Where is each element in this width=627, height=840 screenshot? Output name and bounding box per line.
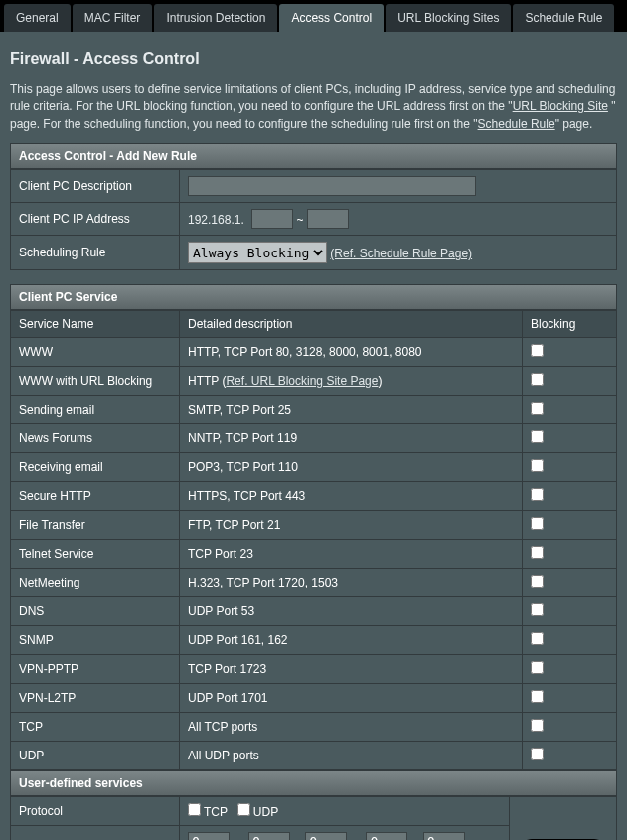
col-service-name: Service Name [11, 311, 180, 338]
blocking-checkbox[interactable] [531, 517, 544, 530]
blocking-cell [523, 453, 617, 482]
tab-bar: GeneralMAC FilterIntrusion DetectionAcce… [0, 0, 627, 32]
service-name: UDP [11, 742, 180, 770]
blocking-checkbox[interactable] [531, 690, 544, 703]
service-name: VPN-PPTP [11, 655, 180, 684]
port-tilde: ~ [235, 835, 242, 840]
port-start-input[interactable] [305, 832, 347, 840]
service-row: Telnet ServiceTCP Port 23 [11, 540, 617, 569]
port-comma: , [296, 835, 299, 840]
port-comma: , [413, 835, 416, 840]
blocking-cell [523, 742, 617, 770]
blocking-checkbox[interactable] [531, 748, 544, 760]
service-detail: HTTPS, TCP Port 443 [180, 482, 523, 511]
service-name: Telnet Service [11, 540, 180, 569]
content-area: Firewall - Access Control This page allo… [0, 32, 627, 840]
blocking-cell [523, 569, 617, 597]
tab-mac-filter[interactable]: MAC Filter [73, 4, 153, 32]
schedule-rule-select[interactable]: Always Blocking [188, 242, 327, 263]
blocking-checkbox[interactable] [531, 459, 544, 472]
blocking-checkbox[interactable] [531, 575, 544, 588]
services-table: Service Name Detailed description Blocki… [10, 310, 617, 770]
tab-access-control[interactable]: Access Control [279, 4, 384, 32]
service-row: WWW with URL BlockingHTTP (Ref. URL Bloc… [11, 367, 617, 396]
service-row: News ForumsNNTP, TCP Port 119 [11, 424, 617, 453]
service-name: SNMP [11, 626, 180, 655]
protocol-udp-wrap[interactable]: UDP [237, 805, 278, 819]
blocking-cell [523, 367, 617, 396]
blocking-checkbox[interactable] [531, 603, 544, 616]
url-blocking-site-link[interactable]: URL Blocking Site [513, 99, 608, 113]
protocol-tcp-label: TCP [204, 805, 228, 819]
service-name: News Forums [11, 424, 180, 453]
blocking-checkbox[interactable] [531, 373, 544, 386]
blocking-cell [523, 684, 617, 713]
blocking-cell [523, 540, 617, 569]
blocking-checkbox[interactable] [531, 344, 544, 357]
service-row: Secure HTTPHTTPS, TCP Port 443 [11, 482, 617, 511]
protocol-tcp-wrap[interactable]: TCP [188, 805, 228, 819]
service-detail: FTP, TCP Port 21 [180, 511, 523, 540]
tab-schedule-rule[interactable]: Schedule Rule [513, 4, 614, 32]
blocking-checkbox[interactable] [531, 719, 544, 732]
protocol-label: Protocol [11, 797, 180, 826]
blocking-checkbox[interactable] [531, 430, 544, 443]
blocking-checkbox[interactable] [531, 632, 544, 645]
protocol-tcp-checkbox[interactable] [188, 803, 201, 816]
blocking-cell [523, 597, 617, 626]
service-row: File TransferFTP, TCP Port 21 [11, 511, 617, 540]
port-range-label: Port Range [11, 826, 180, 840]
schedule-rule-label: Scheduling Rule [11, 236, 180, 270]
blocking-checkbox[interactable] [531, 661, 544, 674]
blocking-cell [523, 482, 617, 511]
service-name: DNS [11, 597, 180, 626]
client-ip-start-input[interactable] [251, 209, 293, 229]
blocking-cell [523, 511, 617, 540]
blocking-cell [523, 424, 617, 453]
service-detail: UDP Port 1701 [180, 684, 523, 713]
port-end-input[interactable] [366, 832, 407, 840]
blocking-cell [523, 655, 617, 684]
service-detail: POP3, TCP Port 110 [180, 453, 523, 482]
client-ip-end-input[interactable] [307, 209, 349, 229]
ref-schedule-link[interactable]: (Ref. Schedule Rule Page) [330, 247, 472, 260]
port-range-inputs: ~,~,~,~,~,~ [188, 832, 501, 840]
ref-url-blocking-link[interactable]: Ref. URL Blocking Site Page [226, 374, 378, 388]
service-name: NetMeeting [11, 569, 180, 597]
col-detail: Detailed description [180, 311, 523, 338]
tab-intrusion-detection[interactable]: Intrusion Detection [154, 4, 277, 32]
tab-general[interactable]: General [4, 4, 71, 32]
service-detail: UDP Port 53 [180, 597, 523, 626]
service-row: VPN-PPTPTCP Port 1723 [11, 655, 617, 684]
service-name: WWW [11, 338, 180, 367]
schedule-rule-link[interactable]: Schedule Rule [478, 117, 555, 131]
col-blocking: Blocking [523, 311, 617, 338]
service-name: VPN-L2TP [11, 684, 180, 713]
service-row: TCPAll TCP ports [11, 713, 617, 742]
ip-tilde: ~ [296, 213, 303, 227]
client-desc-input[interactable] [188, 176, 476, 196]
port-tilde: ~ [353, 835, 360, 840]
section-userdef-header: User-defined services [10, 770, 617, 796]
service-detail: All UDP ports [180, 742, 523, 770]
service-detail: H.323, TCP Port 1720, 1503 [180, 569, 523, 597]
service-detail: SMTP, TCP Port 25 [180, 396, 523, 424]
protocol-udp-checkbox[interactable] [237, 803, 250, 816]
service-detail: UDP Port 161, 162 [180, 626, 523, 655]
service-detail: TCP Port 23 [180, 540, 523, 569]
service-row: Sending emailSMTP, TCP Port 25 [11, 396, 617, 424]
port-tilde: ~ [471, 835, 478, 840]
port-start-input[interactable] [188, 832, 230, 840]
protocol-udp-label: UDP [253, 805, 278, 819]
blocking-checkbox[interactable] [531, 546, 544, 559]
port-start-input[interactable] [423, 832, 465, 840]
port-end-input[interactable] [248, 832, 290, 840]
ip-prefix: 192.168.1. [188, 213, 244, 227]
service-detail: NNTP, TCP Port 119 [180, 424, 523, 453]
tab-url-blocking-sites[interactable]: URL Blocking Sites [386, 4, 511, 32]
blocking-checkbox[interactable] [531, 488, 544, 501]
blocking-cell [523, 396, 617, 424]
service-name: File Transfer [11, 511, 180, 540]
blocking-checkbox[interactable] [531, 402, 544, 415]
section-client-service-header: Client PC Service [10, 284, 617, 310]
